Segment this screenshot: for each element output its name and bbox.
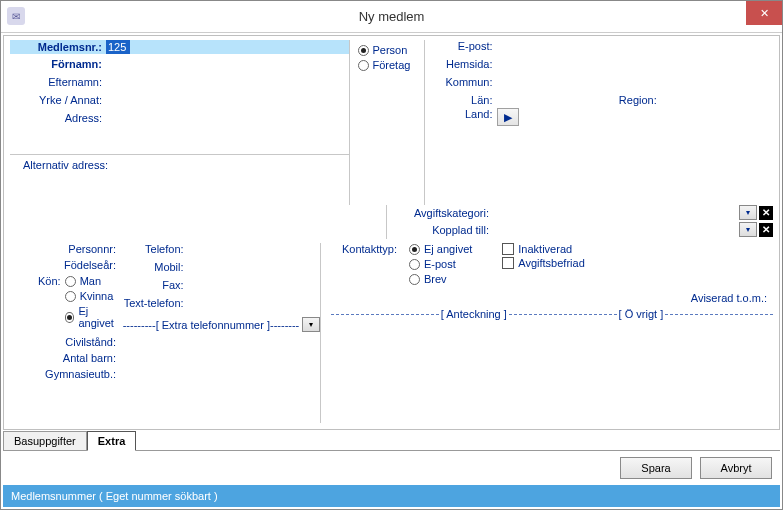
tab-basic[interactable]: Basuppgifter xyxy=(3,431,87,451)
other-section-header: [ Ö vrigt ] xyxy=(617,308,666,320)
gender-label: Kön: xyxy=(10,275,65,332)
education-label: Gymnasieutb.: xyxy=(10,368,120,380)
fee-category-dropdown[interactable]: ▾ xyxy=(739,205,757,220)
email-input[interactable] xyxy=(497,40,774,56)
occupation-input[interactable] xyxy=(106,92,349,108)
country-label: Land: xyxy=(435,108,497,126)
lastname-label: Efternamn: xyxy=(10,76,106,88)
inactive-checkbox[interactable]: Inaktiverad xyxy=(502,243,584,255)
close-button[interactable]: ✕ xyxy=(746,1,782,25)
fee-category-label: Avgiftskategori: xyxy=(397,207,493,219)
app-icon: ✉ xyxy=(7,7,25,25)
text-phone-label: Text-telefon: xyxy=(120,297,188,309)
note-section-header: [ Anteckning ] xyxy=(439,308,509,320)
firstname-input[interactable] xyxy=(106,56,349,72)
mobile-input[interactable] xyxy=(188,261,320,277)
linked-to-label: Kopplad till: xyxy=(397,224,493,236)
text-phone-input[interactable] xyxy=(188,297,320,313)
cancel-button[interactable]: Avbryt xyxy=(700,457,772,479)
website-label: Hemsida: xyxy=(435,58,497,74)
member-no-label: Medlemsnr.: xyxy=(10,41,106,53)
fee-category-clear-button[interactable]: ✕ xyxy=(759,206,773,220)
region-label: Region: xyxy=(609,94,661,106)
feefree-checkbox[interactable]: Avgiftsbefriad xyxy=(502,257,584,269)
phone-label: Telefon: xyxy=(120,243,188,255)
mobile-label: Mobil: xyxy=(120,261,188,273)
contact-type-label: Kontakttyp: xyxy=(331,243,401,288)
fax-input[interactable] xyxy=(188,279,320,295)
children-label: Antal barn: xyxy=(10,352,120,364)
notified-label: Aviserad t.o.m.: xyxy=(331,292,773,304)
birthyear-label: Födelseår: xyxy=(10,259,120,271)
tab-extra[interactable]: Extra xyxy=(87,431,137,451)
type-company-label: Företag xyxy=(373,59,411,71)
fax-label: Fax: xyxy=(120,279,188,291)
extra-phone-dropdown[interactable]: ▾ xyxy=(302,317,320,332)
contact-letter-radio[interactable]: Brev xyxy=(409,273,472,285)
titlebar: ✉ Ny medlem ✕ xyxy=(1,1,782,33)
firstname-label: Förnamn: xyxy=(10,58,106,70)
email-label: E-post: xyxy=(435,40,497,56)
contact-email-radio[interactable]: E-post xyxy=(409,258,472,270)
extra-phone-header: ---------[ Extra telefonnummer ]-------- xyxy=(120,319,302,331)
address-label: Adress: xyxy=(10,112,106,124)
type-company-radio[interactable]: Företag xyxy=(358,59,420,71)
gender-na-radio[interactable]: Ej angivet xyxy=(65,305,120,329)
alt-address-label: Alternativ adress: xyxy=(10,159,112,171)
personnr-label: Personnr: xyxy=(10,243,120,255)
county-label: Län: xyxy=(435,94,497,106)
statusbar-text: Medlemsnummer ( Eget nummer sökbart ) xyxy=(11,490,218,502)
linked-to-clear-button[interactable]: ✕ xyxy=(759,223,773,237)
save-button[interactable]: Spara xyxy=(620,457,692,479)
municipality-input[interactable] xyxy=(497,76,774,92)
statusbar: Medlemsnummer ( Eget nummer sökbart ) xyxy=(3,485,780,507)
address-input[interactable] xyxy=(106,110,349,126)
gender-woman-radio[interactable]: Kvinna xyxy=(65,290,120,302)
phone-input[interactable] xyxy=(188,243,320,259)
linked-to-dropdown[interactable]: ▾ xyxy=(739,222,757,237)
close-icon: ✕ xyxy=(760,7,769,20)
country-picker-button[interactable]: ▶ xyxy=(497,108,519,126)
website-input[interactable] xyxy=(497,58,774,74)
municipality-label: Kommun: xyxy=(435,76,497,92)
window-title: Ny medlem xyxy=(359,9,425,24)
member-no-input[interactable]: 125 xyxy=(106,40,130,54)
contact-na-radio[interactable]: Ej angivet xyxy=(409,243,472,255)
civil-label: Civilstånd: xyxy=(10,336,120,348)
type-person-label: Person xyxy=(373,44,408,56)
occupation-label: Yrke / Annat: xyxy=(10,94,106,106)
type-person-radio[interactable]: Person xyxy=(358,44,420,56)
alt-address-input[interactable] xyxy=(112,157,349,173)
lastname-input[interactable] xyxy=(106,74,349,90)
gender-man-radio[interactable]: Man xyxy=(65,275,120,287)
arrow-right-icon: ▶ xyxy=(504,111,512,124)
